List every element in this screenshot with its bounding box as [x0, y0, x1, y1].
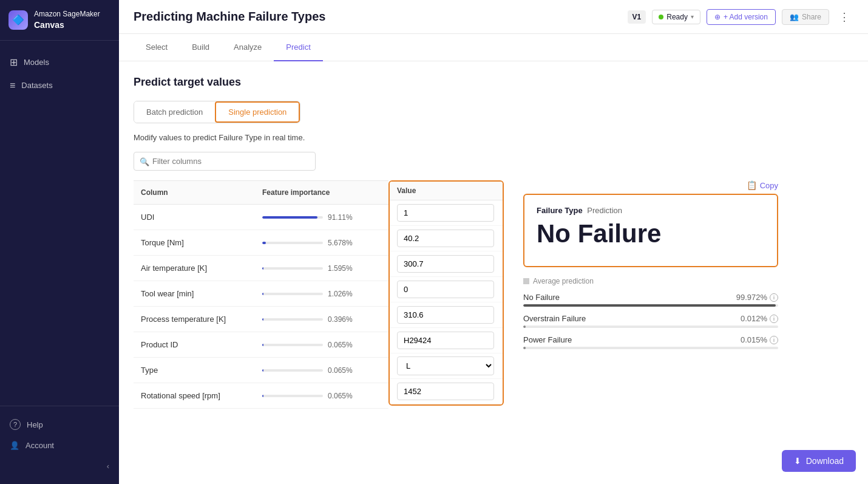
feature-bar-background — [262, 293, 323, 295]
batch-prediction-button[interactable]: Batch prediction — [134, 101, 215, 123]
sidebar-logo: 🔷 Amazon SageMaker Canvas — [0, 0, 119, 41]
tab-build[interactable]: Build — [180, 34, 222, 61]
feature-bar-background — [262, 344, 323, 346]
sidebar: 🔷 Amazon SageMaker Canvas ⊞ Models ≡ Dat… — [0, 0, 119, 484]
pred-bar-fill — [523, 326, 526, 328]
pred-row-label: Overstrain Failure — [523, 314, 586, 323]
prediction-result-box: Failure Type Prediction No Failure — [523, 194, 778, 267]
pred-row-header: Overstrain Failure 0.012% i — [523, 314, 778, 323]
sidebar-item-models[interactable]: ⊞ Models — [0, 50, 119, 74]
feature-bar-background — [262, 242, 323, 244]
col-header-feature: Feature importance — [255, 186, 388, 199]
feature-pct-label: 0.065% — [328, 341, 358, 349]
prediction-label: Failure Type Prediction — [537, 206, 765, 215]
table-row: Process temperature [K] 0.396% — [134, 307, 388, 332]
grid-icon: ⊞ — [10, 56, 18, 68]
filter-columns-input[interactable] — [134, 152, 316, 171]
pred-row-pct: 0.015% i — [741, 335, 778, 344]
pred-row-header: Power Failure 0.015% i — [523, 335, 778, 344]
feature-bar-wrapper: 1.595% — [262, 264, 381, 273]
cell-feature-importance: 0.396% — [255, 313, 388, 326]
feature-bar-fill — [262, 267, 263, 270]
prediction-label-suffix: Prediction — [587, 206, 622, 215]
download-button[interactable]: ⬇ Download — [782, 450, 856, 472]
cell-column-name: Type — [134, 363, 255, 377]
version-badge[interactable]: V1 — [628, 10, 646, 24]
more-options-button[interactable]: ⋮ — [835, 8, 853, 26]
feature-pct-label: 0.065% — [328, 366, 358, 375]
app-brand: Amazon SageMaker Canvas — [34, 10, 100, 30]
value-input-product-id[interactable] — [397, 332, 494, 349]
sidebar-item-account[interactable]: 👤 Account — [0, 435, 119, 455]
copy-button[interactable]: 📋 Copy — [747, 180, 778, 190]
feature-bar-wrapper: 0.065% — [262, 366, 381, 375]
value-input-udi[interactable] — [397, 204, 494, 222]
value-select-type[interactable]: LMH — [397, 356, 494, 375]
cell-column-name: UDI — [134, 210, 255, 224]
pred-bar-fill — [523, 304, 776, 307]
ready-badge[interactable]: Ready ▾ — [652, 10, 700, 24]
plus-icon: ⊕ — [714, 13, 721, 21]
value-cell — [390, 226, 503, 251]
chevron-down-icon: ▾ — [691, 13, 694, 20]
predict-layout: Column Feature importance UDI 91.11% Tor… — [134, 180, 853, 469]
pred-bar-background — [523, 347, 778, 349]
value-cell — [390, 251, 503, 277]
tab-bar: Select Build Analyze Predict — [119, 34, 868, 61]
feature-bar-wrapper: 0.396% — [262, 315, 381, 324]
share-icon: 👥 — [790, 13, 799, 21]
tab-analyze[interactable]: Analyze — [222, 34, 274, 61]
value-input-torque-[nm][interactable] — [397, 230, 494, 247]
avg-pred-square-icon — [523, 278, 529, 284]
value-input-rotational-speed-[rpm][interactable] — [397, 383, 494, 400]
tab-predict[interactable]: Predict — [274, 34, 322, 61]
add-version-label: + Add version — [724, 13, 768, 21]
value-input-air-temperature-[k][interactable] — [397, 255, 494, 273]
value-column-header: Value — [390, 182, 503, 200]
single-prediction-button[interactable]: Single prediction — [215, 101, 300, 123]
prediction-type-toggle: Batch prediction Single prediction — [134, 101, 853, 123]
value-input-process-temperature-[k][interactable] — [397, 306, 494, 324]
chevron-left-icon: ‹ — [107, 462, 109, 471]
value-cell — [390, 277, 503, 302]
share-label: Share — [802, 13, 821, 21]
cell-feature-importance: 0.065% — [255, 389, 388, 403]
tab-select[interactable]: Select — [134, 34, 180, 61]
pred-bar-fill — [523, 347, 526, 349]
feature-bar-fill — [262, 242, 266, 244]
cell-column-name: Air temperature [K] — [134, 261, 255, 275]
sidebar-item-help[interactable]: ? Help — [0, 414, 119, 435]
section-title: Predict target values — [134, 76, 853, 89]
download-label: Download — [806, 456, 844, 466]
account-icon: 👤 — [10, 441, 19, 450]
download-icon: ⬇ — [794, 456, 801, 466]
brand-line2: Canvas — [34, 19, 100, 30]
info-icon[interactable]: i — [770, 336, 778, 344]
page-title: Predicting Machine Failure Types — [134, 10, 628, 24]
table-row: Product ID 0.065% — [134, 332, 388, 358]
value-input-tool-wear-[min][interactable] — [397, 281, 494, 298]
app-logo-icon: 🔷 — [8, 10, 28, 30]
cell-column-name: Product ID — [134, 338, 255, 352]
prediction-details: Average prediction No Failure 99.972% i … — [523, 277, 778, 349]
prediction-row-no_failure: No Failure 99.972% i — [523, 293, 778, 307]
sidebar-item-datasets[interactable]: ≡ Datasets — [0, 74, 119, 97]
value-column-box: Value LMH — [388, 180, 504, 406]
sidebar-item-label: Models — [24, 58, 49, 67]
pred-bar-background — [523, 326, 778, 328]
avg-prediction-label: Average prediction — [523, 277, 778, 285]
feature-bar-background — [262, 369, 323, 372]
add-version-button[interactable]: ⊕ + Add version — [707, 9, 776, 25]
table-body-left: UDI 91.11% Torque [Nm] 5.678% Air temper… — [134, 205, 388, 409]
table-row: Type 0.065% — [134, 358, 388, 383]
info-icon[interactable]: i — [770, 293, 778, 302]
table-row: Rotational speed [rpm] 0.065% — [134, 383, 388, 409]
subtitle-text: Modify values to predict Failure Type in… — [134, 133, 853, 142]
cell-feature-importance: 1.595% — [255, 262, 388, 275]
sidebar-collapse-button[interactable]: ‹ — [0, 455, 119, 477]
feature-pct-label: 0.065% — [328, 392, 358, 400]
info-icon[interactable]: i — [770, 315, 778, 323]
value-cell — [390, 328, 503, 353]
feature-bar-background — [262, 216, 323, 219]
share-button[interactable]: 👥 Share — [782, 9, 829, 25]
